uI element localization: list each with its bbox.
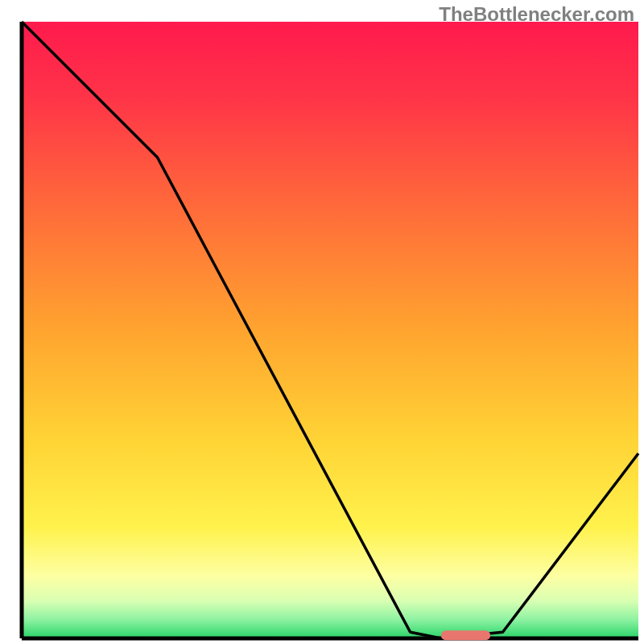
watermark-text: TheBottlenecker.com	[439, 3, 634, 26]
chart-container: TheBottlenecker.com	[0, 0, 644, 644]
bottleneck-chart	[0, 0, 644, 644]
optimal-marker	[441, 630, 490, 640]
